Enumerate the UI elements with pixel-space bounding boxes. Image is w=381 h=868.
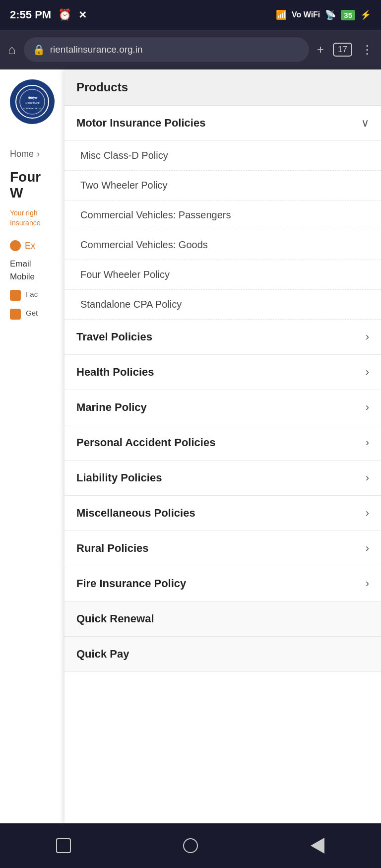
signal-icon: 📶 — [276, 9, 287, 20]
browser-home-icon[interactable]: ⌂ — [8, 42, 16, 58]
twitter-icon: ✕ — [78, 9, 87, 21]
health-policies-chevron: › — [366, 366, 369, 379]
liability-policies-title: Liability Policies — [76, 471, 162, 484]
personal-accident-chevron: › — [366, 436, 369, 449]
battery-indicator: 35 — [341, 10, 355, 20]
submenu-misc-class-d[interactable]: Misc Class-D Policy — [64, 141, 381, 171]
quick-renewal-title: Quick Renewal — [76, 612, 154, 625]
browser-bar: ⌂ 🔒 rientalinsurance.org.in + 17 ⋮ — [0, 30, 381, 69]
travel-policies-chevron: › — [366, 331, 369, 343]
company-logo: ओरिएंटल INSURANCE COMPANY LIMITED — [10, 79, 55, 124]
marine-policy-chevron: › — [366, 401, 369, 414]
new-tab-icon[interactable]: + — [317, 43, 324, 57]
submenu-four-wheeler[interactable]: Four Wheeler Policy — [64, 260, 381, 290]
page-heading: Four W — [0, 164, 64, 206]
motor-insurance-title: Motor Insurance Policies — [76, 117, 205, 130]
nav-square-button[interactable] — [46, 828, 81, 863]
rural-policies-chevron: › — [366, 542, 369, 555]
svg-text:INSURANCE: INSURANCE — [25, 102, 40, 105]
fire-insurance-chevron: › — [366, 577, 369, 590]
charging-icon: ⚡ — [360, 9, 371, 20]
bottom-nav-bar — [0, 823, 381, 868]
breadcrumb: Home › — [0, 134, 64, 164]
quick-renewal-section[interactable]: Quick Renewal — [64, 601, 381, 637]
square-icon — [56, 838, 71, 853]
url-text: rientalinsurance.org.in — [50, 44, 143, 55]
form-area: Ex Email Mobile I ac Get — [0, 230, 64, 330]
submenu-commercial-passengers[interactable]: Commercial Vehicles: Passengers — [64, 200, 381, 230]
personal-accident-item[interactable]: Personal Accident Policies › — [64, 425, 381, 461]
svg-text:ओरिएंटल: ओरिएंटल — [28, 96, 38, 100]
miscellaneous-policies-title: Miscellaneous Policies — [76, 507, 195, 520]
alarm-icon: ⏰ — [58, 8, 71, 21]
wifi-icon: 📡 — [325, 9, 336, 20]
submenu-two-wheeler[interactable]: Two Wheeler Policy — [64, 171, 381, 200]
travel-policies-item[interactable]: Travel Policies › — [64, 320, 381, 355]
quick-pay-section[interactable]: Quick Pay — [64, 637, 381, 672]
liability-policies-chevron: › — [366, 471, 369, 484]
health-policies-title: Health Policies — [76, 366, 154, 379]
personal-accident-title: Personal Accident Policies — [76, 436, 215, 449]
background-page: ओरिएंटल INSURANCE COMPANY LIMITED Home ›… — [0, 69, 64, 823]
url-security-icon: 🔒 — [33, 44, 45, 56]
marine-policy-title: Marine Policy — [76, 401, 147, 414]
travel-policies-title: Travel Policies — [76, 331, 152, 343]
rural-policies-title: Rural Policies — [76, 542, 149, 555]
dropdown-menu: Products Motor Insurance Policies ∨ Misc… — [64, 69, 381, 823]
tab-count[interactable]: 17 — [333, 43, 352, 57]
products-header: Products — [64, 69, 381, 106]
rural-policies-item[interactable]: Rural Policies › — [64, 531, 381, 566]
fire-insurance-item[interactable]: Fire Insurance Policy › — [64, 566, 381, 601]
submenu-commercial-goods[interactable]: Commercial Vehicles: Goods — [64, 230, 381, 260]
svg-text:COMPANY LIMITED: COMPANY LIMITED — [23, 107, 42, 110]
marine-policy-item[interactable]: Marine Policy › — [64, 390, 381, 425]
status-bar: 2:55 PM ⏰ ✕ 📶 Vo WiFi 📡 35 ⚡ — [0, 0, 381, 30]
nav-back-button[interactable] — [300, 828, 335, 863]
fire-insurance-title: Fire Insurance Policy — [76, 577, 186, 590]
health-policies-item[interactable]: Health Policies › — [64, 355, 381, 390]
liability-policies-item[interactable]: Liability Policies › — [64, 461, 381, 496]
miscellaneous-policies-item[interactable]: Miscellaneous Policies › — [64, 496, 381, 531]
motor-insurance-chevron: ∨ — [361, 117, 369, 130]
quick-pay-title: Quick Pay — [76, 648, 129, 660]
motor-insurance-section[interactable]: Motor Insurance Policies ∨ — [64, 106, 381, 141]
vowifi-label: Vo WiFi — [292, 10, 320, 19]
miscellaneous-policies-chevron: › — [366, 507, 369, 520]
back-triangle-icon — [311, 838, 324, 854]
more-options-icon[interactable]: ⋮ — [361, 43, 373, 57]
time-display: 2:55 PM — [10, 8, 51, 21]
submenu-standalone-cpa[interactable]: Standalone CPA Policy — [64, 290, 381, 320]
circle-icon — [183, 838, 198, 853]
url-bar[interactable]: 🔒 rientalinsurance.org.in — [24, 37, 309, 62]
page-subtext: Your righ Insurance — [0, 206, 64, 230]
nav-home-button[interactable] — [173, 828, 208, 863]
